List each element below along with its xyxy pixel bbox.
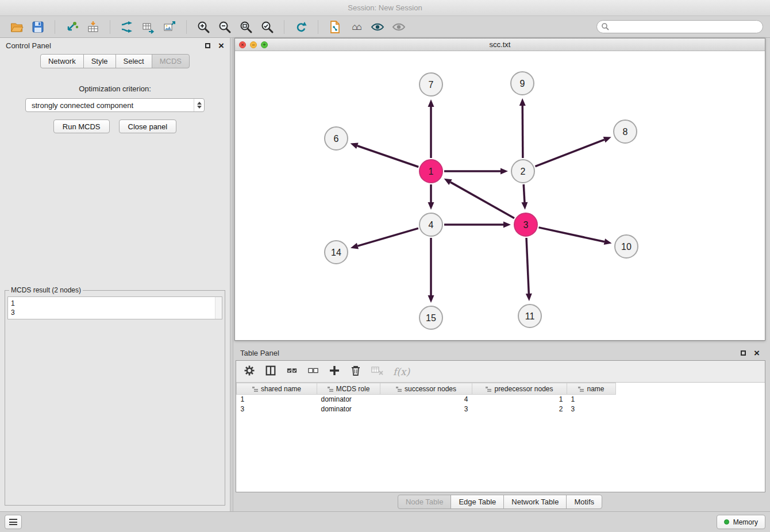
zoom-in-button[interactable]: [194, 18, 213, 36]
ndex-home-button[interactable]: ⌂⌂: [346, 18, 366, 36]
save-session-button[interactable]: [28, 18, 48, 36]
optimization-criterion-select[interactable]: strongly connected component: [25, 98, 205, 112]
close-control-panel-button[interactable]: ×: [218, 41, 224, 51]
node-14[interactable]: 14: [325, 241, 348, 264]
deselect-all-icon: [307, 365, 319, 376]
zoom-window-button[interactable]: +: [261, 41, 268, 48]
deselect-all-button[interactable]: [307, 365, 319, 378]
import-network-button[interactable]: [62, 18, 82, 36]
close-table-panel-button[interactable]: ×: [754, 348, 760, 358]
table-cell[interactable]: 3: [237, 404, 317, 414]
edge-3-10[interactable]: [538, 228, 604, 242]
column-header-mcds-role[interactable]: MCDS role: [317, 383, 380, 395]
memory-button[interactable]: Memory: [717, 515, 765, 529]
network-window: × − + scc.txt 7968124314101511: [234, 38, 765, 341]
tab-mcds[interactable]: MCDS: [152, 54, 190, 68]
table-cell[interactable]: 3: [567, 404, 616, 414]
run-mcds-button[interactable]: Run MCDS: [53, 119, 110, 133]
edge-3-1[interactable]: [451, 182, 514, 218]
node-label: 14: [331, 248, 341, 257]
column-options-icon[interactable]: [328, 387, 333, 392]
document-network-icon: [328, 20, 342, 34]
table-cell[interactable]: 2: [472, 404, 567, 414]
float-panel-button[interactable]: [205, 43, 210, 48]
close-window-button[interactable]: ×: [239, 41, 246, 48]
node-6[interactable]: 6: [325, 127, 348, 150]
function-builder-icon[interactable]: f(x): [393, 366, 410, 377]
edge-4-14[interactable]: [357, 228, 418, 246]
column-options-icon[interactable]: [578, 387, 584, 392]
network-canvas[interactable]: 7968124314101511: [235, 51, 765, 340]
node-7[interactable]: 7: [419, 73, 442, 96]
import-table-button[interactable]: [83, 18, 103, 36]
column-header-name[interactable]: name: [567, 383, 616, 395]
close-panel-button[interactable]: Close panel: [119, 119, 177, 133]
tab-node-table[interactable]: Node Table: [398, 495, 452, 509]
node-1[interactable]: 1: [419, 160, 442, 183]
table-cell[interactable]: 1: [567, 395, 616, 404]
search-input[interactable]: [596, 20, 763, 33]
edge-2-8[interactable]: [535, 140, 604, 167]
open-document-network-button[interactable]: [325, 18, 345, 36]
network-canvas-container: 7968124314101511: [235, 51, 765, 340]
result-scrollbar[interactable]: [215, 297, 222, 319]
node-10[interactable]: 10: [615, 235, 638, 258]
delete-column-button[interactable]: [349, 364, 362, 379]
node-8[interactable]: 8: [614, 120, 637, 143]
add-column-button[interactable]: [328, 364, 341, 379]
minimize-window-button[interactable]: −: [250, 41, 257, 48]
column-options-icon[interactable]: [396, 387, 402, 392]
column-options-icon[interactable]: [252, 387, 258, 392]
toolbar-separator: [55, 20, 55, 34]
table-cell[interactable]: dominator: [317, 395, 380, 404]
table-cell[interactable]: dominator: [317, 404, 380, 414]
node-4[interactable]: 4: [419, 213, 442, 236]
style-eye-icon: [371, 20, 384, 34]
delete-table-button[interactable]: [371, 365, 384, 379]
table-cell[interactable]: 1: [472, 395, 567, 404]
edge-3-11[interactable]: [526, 238, 529, 294]
chevron-up-icon: [197, 102, 202, 105]
zoom-selected-button[interactable]: [257, 18, 277, 36]
control-panel-title: Control Panel: [6, 41, 51, 50]
column-options-icon[interactable]: [486, 387, 491, 392]
status-menu-button[interactable]: [5, 515, 22, 529]
tab-network[interactable]: Network: [40, 54, 84, 68]
table-splitter[interactable]: [234, 341, 765, 345]
zoom-fit-button[interactable]: [236, 18, 256, 36]
edge-2-3[interactable]: [523, 184, 525, 202]
table-cell[interactable]: 4: [380, 395, 472, 404]
table-row[interactable]: 3dominator323: [237, 404, 616, 414]
table-row[interactable]: 1dominator411: [237, 395, 616, 404]
table-settings-button[interactable]: [243, 364, 256, 379]
export-table-button[interactable]: [138, 18, 158, 36]
select-all-button[interactable]: [286, 365, 298, 378]
node-2[interactable]: 2: [511, 160, 534, 183]
tab-select[interactable]: Select: [116, 54, 152, 68]
edge-2-9[interactable]: [522, 106, 523, 158]
export-image-button[interactable]: [160, 18, 179, 36]
open-session-button[interactable]: [7, 18, 26, 36]
tab-style[interactable]: Style: [83, 54, 116, 68]
tab-motifs[interactable]: Motifs: [566, 495, 602, 509]
node-11[interactable]: 11: [518, 304, 541, 327]
node-3[interactable]: 3: [514, 213, 537, 236]
table-cell[interactable]: 1: [237, 395, 317, 404]
column-header-shared-name[interactable]: shared name: [237, 383, 317, 395]
refresh-layout-button[interactable]: [291, 18, 311, 36]
mcds-result-list[interactable]: 13: [7, 296, 222, 319]
style-preview-button[interactable]: [368, 18, 387, 36]
tab-edge-table[interactable]: Edge Table: [451, 495, 504, 509]
tab-network-table[interactable]: Network Table: [503, 495, 567, 509]
node-15[interactable]: 15: [419, 306, 442, 329]
column-header-predecessor-nodes[interactable]: predecessor nodes: [472, 383, 567, 395]
float-table-panel-button[interactable]: [741, 350, 746, 356]
export-network-button[interactable]: [117, 18, 137, 36]
table-cell[interactable]: 3: [380, 404, 472, 414]
zoom-out-button[interactable]: [215, 18, 234, 36]
edge-1-6[interactable]: [357, 146, 418, 167]
graphics-details-button[interactable]: [389, 18, 409, 36]
node-9[interactable]: 9: [511, 72, 534, 95]
column-header-successor-nodes[interactable]: successor nodes: [380, 383, 472, 395]
show-columns-button[interactable]: [264, 364, 277, 379]
